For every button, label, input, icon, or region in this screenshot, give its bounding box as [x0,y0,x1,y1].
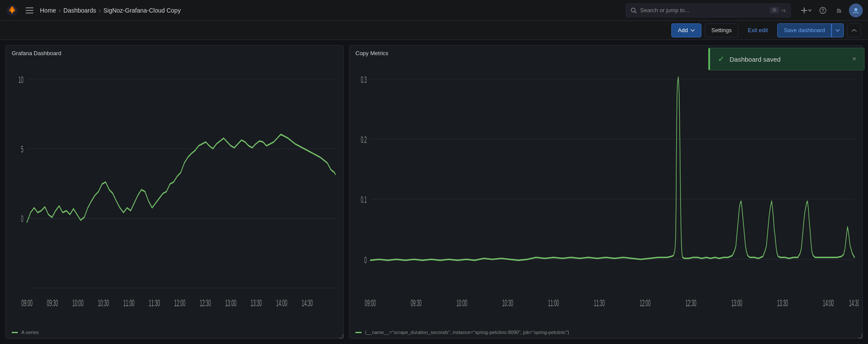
breadcrumb-home[interactable]: Home [40,7,56,14]
svg-line-6 [635,11,637,13]
x-label-1330: 13:30 [251,297,262,308]
resize-handle-left[interactable] [339,334,343,338]
panel-right-chart: 0.3 0.2 0.1 0 09:00 09:30 10:00 10:30 11… [349,58,862,327]
breadcrumb-dashboards[interactable]: Dashboards [63,7,96,14]
svg-rect-4 [26,13,33,13]
rx-label-1300: 13:00 [731,298,742,308]
x-label-1130: 11:30 [149,297,160,308]
help-icon: ? [819,7,826,14]
news-button[interactable] [832,3,846,17]
x-label-0900: 09:00 [21,297,33,308]
svg-rect-3 [26,10,33,11]
avatar-icon [852,7,860,14]
y-label-00: 0 [365,255,367,265]
svg-point-12 [855,8,858,11]
editbar: Add Settings Exit edit Save dashboard [0,21,868,40]
left-chart-line [27,134,335,222]
shortcut-k: +k [781,8,786,13]
add-chevron-icon [808,8,812,13]
add-button[interactable] [799,3,813,17]
rss-icon [836,7,843,14]
breadcrumb-sep-1: › [59,7,61,14]
main-content: Grafana Dashboard 10 5 0 09:00 09:30 10:… [0,40,868,344]
chevron-up-icon [852,28,857,33]
panel-copy-metrics: Copy Metrics 0.3 0.2 0.1 0 09:00 09:30 [349,45,863,339]
save-button-group: Save dashboard [777,23,844,37]
svg-rect-2 [26,7,33,8]
panel-left-chart: 10 5 0 09:00 09:30 10:00 10:30 11:00 11:… [6,58,343,327]
toast-check-icon: ✓ [718,54,724,64]
breadcrumb-sep-2: › [99,7,101,14]
panel-left-title: Grafana Dashboard [6,46,343,58]
rx-label-1430: 14:30 [849,298,859,308]
search-bar[interactable]: Search or jump to... ⌘ +k [626,3,791,17]
breadcrumb: Home › Dashboards › SigNoz-Grafana-Cloud… [40,7,621,14]
legend-label-left: A-series [21,330,39,335]
rx-label-1400: 14:00 [823,298,834,308]
rx-label-1030: 10:30 [502,298,513,308]
x-label-1430: 14:30 [302,297,313,308]
plus-icon [801,7,808,14]
legend-color-left [12,332,18,333]
x-label-0930: 09:30 [47,297,58,308]
settings-label: Settings [711,27,732,33]
y-label-03: 0.3 [361,74,367,85]
save-dashboard-button[interactable]: Save dashboard [777,23,832,37]
x-label-1200: 12:00 [174,297,185,308]
rx-label-0930: 09:30 [411,298,421,308]
help-button[interactable]: ? [816,3,830,17]
x-label-1100: 11:00 [123,297,135,308]
toast-close-button[interactable]: × [852,55,856,63]
svg-text:?: ? [822,8,824,13]
y-label-5: 5 [21,144,23,155]
toast-notification: ✓ Dashboard saved × [708,48,865,70]
y-label-02: 0.2 [361,135,367,145]
save-dashboard-label: Save dashboard [784,27,825,33]
x-label-1000: 10:00 [72,297,84,308]
topbar-right: ? [799,3,863,17]
search-shortcut: ⌘ +k [770,7,786,13]
x-label-1230: 12:30 [200,297,211,308]
rx-label-0900: 09:00 [365,298,376,308]
right-chart-line [370,77,855,261]
exit-edit-button[interactable]: Exit edit [742,23,774,37]
y-label-01: 0.1 [361,195,367,205]
y-label-10: 10 [18,74,23,85]
rx-label-1230: 12:30 [685,298,696,308]
breadcrumb-current: SigNoz-Grafana-Cloud Copy [103,7,181,14]
panel-grafana-dashboard: Grafana Dashboard 10 5 0 09:00 09:30 10:… [5,45,344,339]
rx-label-1330: 13:30 [777,298,788,308]
save-dashboard-dropdown[interactable] [832,23,844,37]
rx-label-1000: 10:00 [457,298,467,308]
user-avatar[interactable] [849,3,863,17]
x-label-1400: 14:00 [276,297,287,308]
x-label-1300: 13:00 [225,297,237,308]
svg-point-1 [11,10,13,12]
save-chevron-icon [835,29,840,32]
logo-button[interactable] [5,3,19,17]
shortcut-kbd: ⌘ [770,7,779,13]
add-label: Add [678,27,688,33]
rx-label-1130: 11:30 [594,298,605,308]
toast-message: Dashboard saved [730,56,781,63]
legend-color-right [355,332,362,333]
topbar: Home › Dashboards › SigNoz-Grafana-Cloud… [0,0,868,21]
search-icon [631,7,637,13]
menu-icon[interactable] [23,4,36,17]
search-placeholder: Search or jump to... [640,7,689,13]
legend-label-right: {__name__="scrape_duration_seconds", ins… [365,330,569,335]
add-chevron-down-icon [690,29,695,32]
right-chart-svg: 0.3 0.2 0.1 0 09:00 09:30 10:00 10:30 11… [353,60,859,327]
left-chart-svg: 10 5 0 09:00 09:30 10:00 10:30 11:00 11:… [9,60,340,327]
settings-button[interactable]: Settings [705,23,738,37]
exit-edit-label: Exit edit [748,27,768,33]
svg-point-11 [837,11,838,13]
collapse-button[interactable] [847,23,861,37]
resize-handle-right[interactable] [858,334,862,338]
rx-label-1200: 12:00 [640,298,651,308]
x-label-1030: 10:30 [98,297,109,308]
add-panel-button[interactable]: Add [671,23,701,37]
rx-label-1100: 11:00 [548,298,559,308]
y-label-0: 0 [21,213,23,225]
